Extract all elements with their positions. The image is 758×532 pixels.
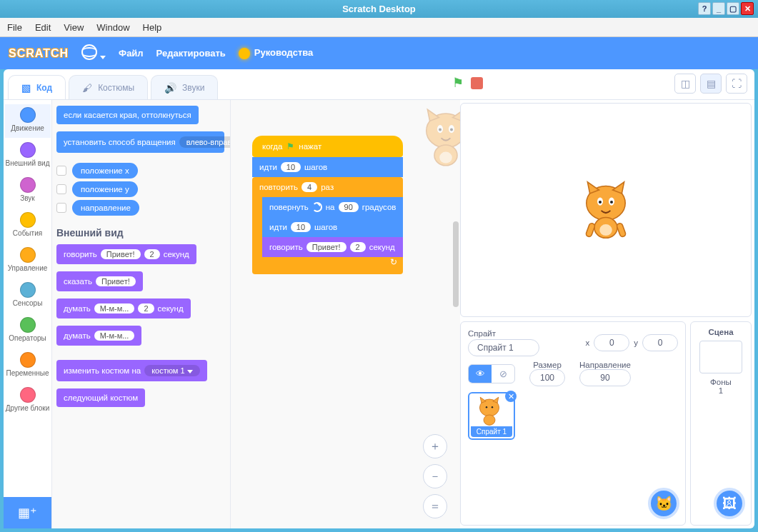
block-label: идти — [269, 223, 287, 231]
category-label: Операторы — [9, 334, 46, 342]
block-input[interactable]: Привет! — [101, 249, 141, 259]
block-set-rotation-style[interactable]: установить способ вращения влево-вправо — [56, 131, 224, 153]
size-label: Размер — [529, 361, 565, 369]
block-dropdown[interactable]: костюм 1 — [144, 365, 199, 376]
svg-point-4 — [450, 128, 453, 131]
menu-edit[interactable]: Edit — [35, 22, 51, 33]
category-control[interactable]: Управление — [5, 244, 51, 278]
add-backdrop-button[interactable]: 🖼 — [714, 488, 745, 519]
size-input[interactable]: 100 — [529, 369, 565, 386]
block-say-for-secs-script[interactable]: говорить Привет! 2 секунд — [262, 237, 403, 257]
x-input[interactable]: 0 — [594, 334, 629, 351]
hide-button[interactable]: ⊘ — [492, 365, 514, 383]
checkbox[interactable] — [56, 166, 66, 176]
menu-file[interactable]: File — [7, 22, 22, 33]
bulb-icon — [239, 48, 250, 59]
sprite-thumbnail[interactable]: ✕ Спрайт 1 — [468, 392, 515, 440]
block-input[interactable]: М-м-м... — [94, 331, 135, 341]
block-next-costume[interactable]: следующий костюм — [56, 388, 145, 407]
block-label: секунд — [164, 250, 189, 259]
block-input[interactable]: 4 — [301, 182, 317, 192]
reporter-direction[interactable]: направление — [56, 200, 226, 216]
block-dropdown[interactable]: влево-вправо — [179, 136, 231, 148]
stage-sprite-cat[interactable] — [577, 177, 634, 244]
block-input[interactable]: 10 — [281, 162, 301, 172]
block-think[interactable]: думать М-м-м... — [56, 326, 141, 346]
stage[interactable] — [460, 103, 752, 317]
sprite-name-input[interactable]: Спрайт 1 — [468, 339, 539, 356]
category-myblocks[interactable]: Другие блоки — [5, 384, 51, 418]
scratch-logo[interactable]: SCRATCH — [9, 47, 69, 60]
stage-small-button[interactable]: ◫ — [674, 74, 696, 94]
help-window-button[interactable]: ? — [698, 2, 711, 15]
block-input[interactable]: 2 — [144, 249, 160, 259]
canvas-scrollbar[interactable] — [453, 221, 459, 307]
toolbar-file[interactable]: Файл — [119, 48, 144, 59]
block-palette[interactable]: если касается края, оттолкнуться установ… — [52, 100, 231, 528]
zoom-out-button[interactable]: － — [423, 464, 447, 488]
block-switch-costume[interactable]: изменить костюм на костюм 1 — [56, 360, 207, 381]
category-looks[interactable]: Внешний вид — [5, 139, 51, 173]
stop-button[interactable] — [471, 77, 483, 89]
menu-view[interactable]: View — [64, 22, 84, 33]
category-motion[interactable]: Движение — [5, 104, 51, 138]
category-operators[interactable]: Операторы — [5, 314, 51, 348]
block-input[interactable]: Привет! — [306, 242, 346, 252]
stage-large-button[interactable]: ▤ — [700, 74, 722, 94]
block-say[interactable]: сказать Привет! — [56, 271, 143, 291]
script-canvas[interactable]: когда ⚑ нажат идти 10 шагов повторить 4 … — [231, 100, 460, 528]
block-if-on-edge-bounce[interactable]: если касается края, оттолкнуться — [56, 106, 199, 124]
block-input[interactable]: Привет! — [96, 276, 136, 286]
delete-sprite-button[interactable]: ✕ — [505, 391, 517, 402]
checkbox[interactable] — [56, 184, 66, 194]
menu-window[interactable]: Window — [96, 22, 129, 33]
block-label: думать — [64, 331, 91, 340]
fullscreen-button[interactable]: ⛶ — [726, 74, 747, 94]
visibility-toggle[interactable]: 👁 ⊘ — [468, 364, 515, 383]
block-when-flag-clicked[interactable]: когда ⚑ нажат — [252, 136, 403, 157]
backdrop-thumbnail[interactable] — [699, 341, 742, 373]
reporter-label[interactable]: положение x — [72, 163, 138, 179]
green-flag-button[interactable]: ⚑ — [452, 75, 464, 91]
reporter-label[interactable]: направление — [72, 200, 139, 216]
block-think-for-secs[interactable]: думать М-м-м... 2 секунд — [56, 298, 191, 318]
category-dot — [20, 387, 36, 403]
toolbar-edit[interactable]: Редактировать — [156, 48, 226, 59]
category-sound[interactable]: Звук — [5, 174, 51, 208]
tab-costumes[interactable]: 🖌Костюмы — [69, 75, 148, 99]
zoom-reset-button[interactable]: ＝ — [423, 494, 447, 518]
toolbar-tutorials[interactable]: Руководства — [239, 47, 314, 59]
add-sprite-button[interactable]: 🐱 — [648, 488, 679, 519]
reporter-xposition[interactable]: положение x — [56, 163, 226, 179]
block-turn-right[interactable]: повернуть на 90 градусов — [262, 197, 403, 217]
direction-input[interactable]: 90 — [579, 369, 631, 386]
maximize-window-button[interactable]: ▢ — [727, 2, 739, 15]
checkbox[interactable] — [56, 203, 66, 213]
block-input[interactable]: 2 — [138, 303, 154, 313]
language-button[interactable] — [81, 44, 106, 62]
script-stack[interactable]: когда ⚑ нажат идти 10 шагов повторить 4 … — [252, 136, 403, 274]
close-window-button[interactable]: ✕ — [741, 2, 754, 15]
category-events[interactable]: События — [5, 209, 51, 243]
y-input[interactable]: 0 — [642, 334, 678, 351]
block-say-for-secs[interactable]: говорить Привет! 2 секунд — [56, 244, 196, 264]
minimize-window-button[interactable]: _ — [712, 2, 725, 15]
show-button[interactable]: 👁 — [469, 365, 492, 383]
menu-help[interactable]: Help — [143, 22, 162, 33]
block-move-steps[interactable]: идти 10 шагов — [252, 157, 403, 177]
reporter-label[interactable]: положение y — [72, 181, 138, 197]
block-repeat[interactable]: повторить 4 раз повернуть на 90 градусов — [252, 177, 403, 274]
category-sensing[interactable]: Сенсоры — [5, 279, 51, 313]
extension-button[interactable]: ▦⁺ — [4, 497, 51, 528]
block-input[interactable]: 10 — [291, 222, 311, 232]
zoom-in-button[interactable]: ＋ — [423, 434, 447, 458]
tab-sounds[interactable]: 🔊Звуки — [151, 75, 218, 99]
block-input[interactable]: 90 — [339, 202, 359, 212]
block-move-steps-2[interactable]: идти 10 шагов — [262, 217, 403, 237]
block-input[interactable]: М-м-м... — [94, 303, 135, 313]
reporter-yposition[interactable]: положение y — [56, 181, 226, 197]
tab-code[interactable]: ▧Код — [8, 75, 66, 99]
block-input[interactable]: 2 — [350, 242, 366, 252]
brush-icon: 🖌 — [82, 82, 92, 94]
category-variables[interactable]: Переменные — [5, 349, 51, 383]
